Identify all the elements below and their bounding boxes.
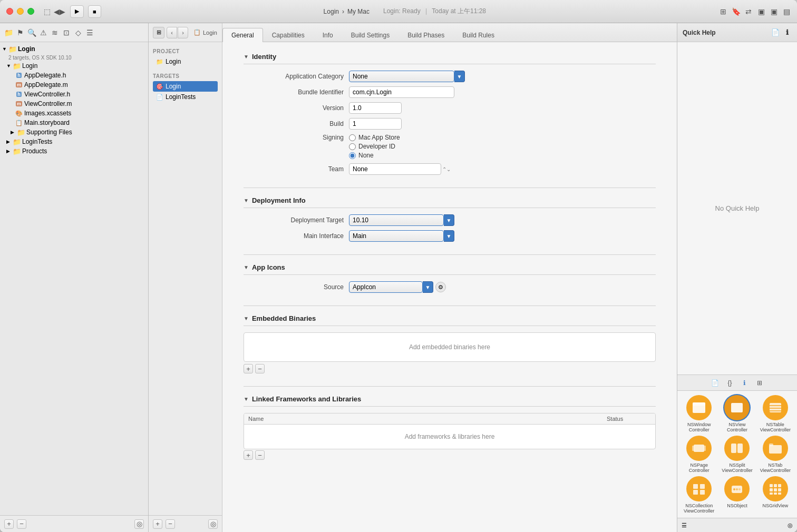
navigator-icon[interactable]: ▣	[770, 7, 778, 16]
app-category-dropdown-btn[interactable]: ▼	[454, 71, 465, 82]
signing-none[interactable]: None	[349, 152, 465, 159]
target-item-logintests[interactable]: 📄 LoginTests	[153, 92, 218, 102]
forward-button[interactable]: ›	[178, 27, 188, 38]
source-select[interactable]: AppIcon	[349, 281, 423, 293]
back-button[interactable]: ‹	[167, 27, 177, 38]
inspector-icon[interactable]: ▤	[782, 7, 791, 16]
info-icon[interactable]: ℹ	[782, 28, 792, 37]
app-icons-disclosure[interactable]: ▼	[244, 264, 249, 270]
identity-inspector-icon[interactable]: ℹ	[740, 378, 750, 388]
signing-none-radio[interactable]	[349, 152, 356, 159]
tab-general[interactable]: General	[222, 28, 263, 42]
tab-build-settings[interactable]: Build Settings	[342, 28, 398, 42]
obj-item-window-controller[interactable]: NSWindowController	[682, 395, 716, 432]
obj-item-tableviewcontroller[interactable]: NSTableViewController	[758, 395, 793, 432]
grid-view-button[interactable]: ⊞	[153, 27, 164, 38]
obj-item-collectionviewcontroller[interactable]: NSCollectionViewController	[682, 476, 716, 514]
main-interface-btn[interactable]: ▼	[444, 230, 454, 242]
sidebar-item-viewcontroller-h[interactable]: h ViewController.h	[0, 90, 148, 99]
deployment-target-select[interactable]: 10.10	[349, 214, 444, 226]
deployment-target-btn[interactable]: ▼	[444, 214, 454, 226]
linked-disclosure[interactable]: ▼	[244, 396, 249, 402]
obj-library-search-btn[interactable]: ◎	[788, 521, 793, 529]
tab-build-phases[interactable]: Build Phases	[398, 28, 453, 42]
build-input[interactable]	[349, 118, 402, 130]
add-framework-button[interactable]: +	[244, 450, 253, 460]
project-item-login[interactable]: 📁 Login	[153, 56, 218, 67]
split-view-icon[interactable]: ▣	[757, 7, 765, 16]
bundle-id-input[interactable]	[349, 86, 454, 98]
file-inspector-icon[interactable]: 📄	[710, 378, 721, 388]
obj-item-pagecontroller[interactable]: NSPageController	[682, 436, 716, 473]
add-binary-button[interactable]: +	[244, 364, 253, 373]
play-button[interactable]: ▶	[70, 5, 84, 18]
source-info-btn[interactable]: ⚙	[435, 282, 446, 292]
sidebar-item-viewcontroller-m[interactable]: m ViewController.m	[0, 99, 148, 109]
obj-item-nsobject[interactable]: NSObject	[720, 476, 754, 514]
version-input[interactable]	[349, 102, 402, 114]
add-file-button[interactable]: +	[4, 519, 14, 529]
signing-developer-id[interactable]: Developer ID	[349, 143, 465, 150]
grid-icon[interactable]: ⊞	[719, 7, 727, 16]
signing-devid-radio[interactable]	[349, 143, 356, 150]
warning-icon[interactable]: ⚠	[39, 28, 47, 37]
sidebar-item-xcassets[interactable]: 🎨 Images.xcassets	[0, 109, 148, 118]
sidebar-item-supporting[interactable]: ▶ 📁 Supporting Files	[0, 127, 148, 137]
main-interface-select[interactable]: Main	[349, 230, 444, 242]
traffic-lights[interactable]	[6, 8, 34, 15]
target-options-button[interactable]: ◎	[208, 519, 218, 529]
folder-icon[interactable]: 📁	[4, 28, 13, 37]
scheme-icon[interactable]: ◀▶	[55, 7, 64, 16]
tab-build-rules[interactable]: Build Rules	[453, 28, 503, 42]
sidebar-item-products[interactable]: ▶ 📁 Products	[0, 146, 148, 156]
stop-button[interactable]: ■	[88, 5, 101, 18]
vcs-icon[interactable]: ⚑	[16, 28, 24, 37]
search-icon[interactable]: 🔍	[27, 28, 36, 37]
obj-item-nsgridview[interactable]: NSGridView	[758, 476, 793, 514]
sidebar-item-root[interactable]: ▼ 📁 Login	[0, 44, 148, 54]
maximize-button[interactable]	[27, 8, 34, 15]
app-category-control[interactable]: None ▼	[349, 71, 465, 82]
quick-help-icon[interactable]: {}	[725, 378, 735, 388]
attributes-inspector-icon[interactable]: ⊞	[754, 378, 765, 388]
bookmark-icon[interactable]: 🔖	[732, 7, 740, 16]
deployment-disclosure[interactable]: ▼	[244, 198, 249, 203]
embedded-disclosure[interactable]: ▼	[244, 316, 249, 321]
team-select[interactable]: None	[349, 163, 441, 175]
sidebar-item-storyboard[interactable]: 📋 Main.storyboard	[0, 118, 148, 127]
signing-mac-app-store[interactable]: Mac App Store	[349, 134, 465, 141]
report-icon[interactable]: ☰	[85, 28, 94, 37]
sidebar-item-login-group[interactable]: ▼ 📁 Login	[0, 61, 148, 71]
signing-mac-radio[interactable]	[349, 134, 356, 141]
source-select-btn[interactable]: ▼	[423, 281, 433, 293]
tab-capabilities[interactable]: Capabilities	[263, 28, 314, 42]
app-category-select[interactable]: None	[349, 71, 454, 82]
sidebar-item-logintests[interactable]: ▶ 📁 LoginTests	[0, 137, 148, 146]
minimize-button[interactable]	[17, 8, 24, 15]
options-button[interactable]: ◎	[134, 519, 144, 529]
test-icon[interactable]: ≋	[51, 28, 59, 37]
obj-item-tabviewcontroller[interactable]: NSTabViewController	[758, 436, 793, 473]
tab-info[interactable]: Info	[314, 28, 342, 42]
obj-item-splitviewcontroller[interactable]: NSSplitViewController	[720, 436, 754, 473]
close-button[interactable]	[6, 8, 13, 15]
remove-target-button[interactable]: −	[166, 519, 175, 529]
remove-binary-button[interactable]: −	[255, 364, 265, 373]
breakpoint-icon[interactable]: ◇	[74, 28, 82, 37]
link-icon[interactable]: ⇄	[744, 7, 753, 16]
target-item-login[interactable]: 🎯 Login	[153, 81, 218, 92]
remove-framework-button[interactable]: −	[255, 450, 265, 460]
remove-file-button[interactable]: −	[17, 519, 26, 529]
sidebar-item-appdelegate-h[interactable]: h AppDelegate.h	[0, 71, 148, 80]
svg-rect-28	[770, 492, 773, 495]
debug-icon[interactable]: ⊡	[62, 28, 71, 37]
sidebar-item-appdelegate-m[interactable]: m AppDelegate.m	[0, 80, 148, 90]
sidebar-toggle-icon[interactable]: ⬚	[43, 7, 51, 16]
titlebar-status: Login › My Mac Login: Ready | Today at 上…	[105, 7, 715, 16]
identity-disclosure[interactable]: ▼	[244, 54, 249, 60]
list-view-btn[interactable]: ☰	[682, 522, 687, 529]
col-status-header: Status	[602, 413, 655, 424]
obj-item-viewcontroller[interactable]: NSViewController	[720, 395, 754, 432]
add-target-button[interactable]: +	[153, 519, 162, 529]
doc-icon[interactable]: 📄	[771, 28, 780, 37]
